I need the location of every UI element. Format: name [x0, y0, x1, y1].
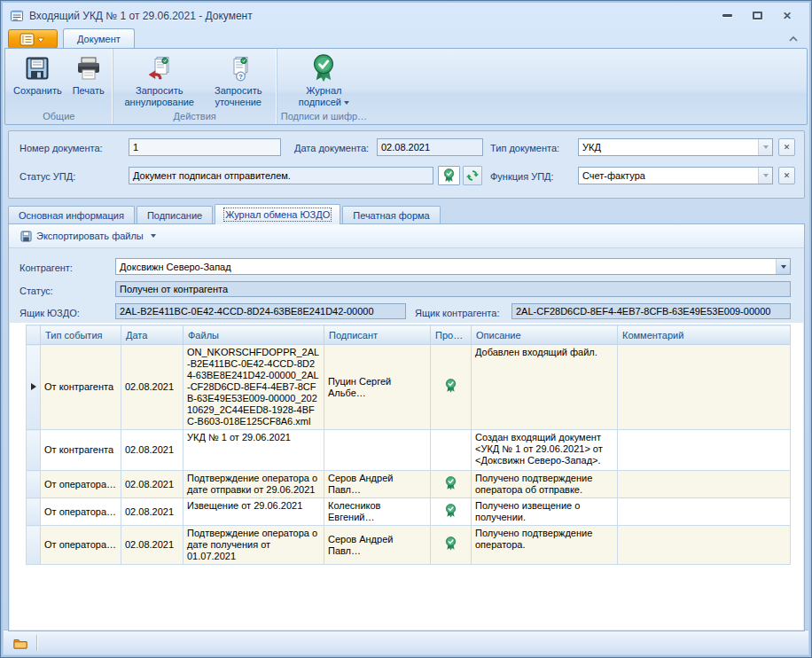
save-button-label: Сохранить	[13, 85, 62, 97]
refresh-status-button[interactable]	[463, 166, 482, 185]
signature-cell	[431, 498, 472, 526]
column-header-date[interactable]: Дата	[121, 325, 183, 345]
restore-button[interactable]	[748, 10, 766, 22]
title-bar: Входящий УКД № 1 от 29.06.2021 - Докумен…	[4, 4, 808, 27]
signature-cell	[431, 345, 472, 430]
tab-main-info[interactable]: Основная информация	[8, 206, 135, 224]
combo-dropdown-button[interactable]	[758, 139, 772, 155]
combo-dropdown-button[interactable]	[776, 259, 790, 274]
open-folder-button[interactable]	[13, 638, 27, 649]
ribbon-group-label: Действия	[117, 110, 273, 123]
table-row[interactable]: От контрагента 02.08.2021 ON_NKORSCHFDOP…	[27, 345, 791, 430]
application-menu-button[interactable]	[8, 29, 58, 49]
close-icon: ✕	[783, 11, 792, 21]
table-row[interactable]: От контрагента 02.08.2021 УКД № 1 от 29.…	[27, 430, 791, 471]
ribbon-group-label: Подписи и шифр…	[281, 110, 367, 123]
ribbon: Сохранить Печать Общие Запросить аннулир…	[4, 48, 808, 125]
page-tab-strip: Основная информация Подписание Журнал об…	[8, 204, 441, 224]
row-indicator-cell	[27, 345, 41, 430]
seal-icon	[444, 504, 457, 518]
ribbon-group-signatures: Журнал подписей Подписи и шифр…	[277, 49, 371, 124]
document-window: Входящий УКД № 1 от 29.06.2021 - Докумен…	[0, 0, 812, 658]
signature-journal-button[interactable]: Журнал подписей	[286, 51, 361, 109]
column-header-description[interactable]: Описание	[472, 325, 618, 345]
upd-status-label: Статус УПД:	[20, 170, 75, 183]
request-annulment-button[interactable]: Запросить аннулирование	[117, 51, 202, 109]
doc-type-clear-button[interactable]: ✕	[778, 138, 795, 156]
tab-signing[interactable]: Подписание	[137, 206, 213, 224]
doc-date-field[interactable]: 02.08.2021	[377, 138, 483, 156]
floppy-icon	[24, 53, 51, 83]
table-row[interactable]: От оператора… 02.08.2021 Подтверждение о…	[27, 471, 791, 498]
counterparty-box-label: Ящик контрагента:	[415, 307, 499, 319]
document-question-icon: ?	[225, 53, 252, 83]
row-indicator-cell	[27, 526, 41, 565]
minimize-button[interactable]	[718, 10, 736, 22]
ribbon-tab-label: Документ	[77, 34, 121, 44]
dropdown-arrow-icon	[151, 234, 156, 238]
upd-function-clear-button[interactable]: ✕	[778, 167, 795, 184]
request-clarification-label: Запросить уточнение	[208, 85, 269, 108]
doc-number-field[interactable]: 1	[129, 138, 281, 156]
application-menu-icon	[20, 33, 46, 46]
view-signature-button[interactable]	[438, 166, 460, 185]
print-button[interactable]: Печать	[68, 51, 109, 98]
column-header-files[interactable]: Файлы	[183, 325, 324, 345]
doc-type-label: Тип документа:	[490, 142, 559, 154]
grid-header-row: Тип события Дата Файлы Подписант Про… Оп…	[27, 325, 791, 345]
export-files-button[interactable]: Экспортировать файлы	[15, 229, 161, 244]
seal-icon	[444, 537, 457, 551]
printer-icon	[75, 53, 102, 83]
seal-icon	[444, 476, 457, 490]
current-row-arrow-icon	[31, 383, 36, 390]
exchange-status-field: Получен от контрагента	[115, 281, 791, 297]
chevron-up-icon	[788, 35, 799, 43]
page-toolbar: Экспортировать файлы	[9, 224, 804, 248]
status-bar	[4, 631, 808, 654]
seal-icon	[444, 379, 457, 393]
close-button[interactable]: ✕	[778, 10, 796, 22]
document-header-panel: Номер документа: 1 Дата документа: 02.08…	[8, 130, 805, 199]
ribbon-tab-row: Документ	[4, 27, 808, 49]
table-row[interactable]: От оператора… 02.08.2021 Извещение от 29…	[27, 498, 791, 526]
row-indicator-cell	[27, 498, 41, 526]
request-clarification-button[interactable]: ? Запросить уточнение	[204, 51, 273, 109]
signature-seal-icon	[310, 53, 337, 83]
window-title: Входящий УКД № 1 от 29.06.2021 - Докумен…	[29, 10, 253, 22]
column-header-verified[interactable]: Про…	[431, 325, 472, 345]
events-grid: Тип события Дата Файлы Подписант Про… Оп…	[26, 325, 791, 565]
tab-exchange-journal[interactable]: Журнал обмена ЮЗДО	[215, 204, 340, 224]
svg-text:?: ?	[238, 73, 243, 81]
signature-journal-label: Журнал подписей	[291, 85, 356, 108]
counterparty-box-field: 2AL-CF28D6CD-8EF4-4EB7-8CFB-63E49E53E009…	[511, 303, 791, 319]
restore-icon	[753, 12, 762, 20]
column-header-comment[interactable]: Комментарий	[618, 325, 791, 345]
chevron-down-icon	[763, 174, 769, 177]
seal-icon	[442, 168, 456, 183]
doc-type-combo[interactable]: УКД	[578, 138, 773, 156]
ribbon-tab-document[interactable]: Документ	[63, 28, 135, 49]
chevron-down-icon	[763, 145, 769, 149]
counterparty-combo[interactable]: Доксвижн Северо-Запад	[115, 258, 791, 275]
statusbar-divider	[36, 635, 37, 651]
folder-icon	[13, 638, 27, 649]
column-header-signer[interactable]: Подписант	[324, 325, 431, 345]
ribbon-collapse-button[interactable]	[785, 32, 801, 45]
edi-box-field: 2AL-B2E411BC-0E42-4CCD-8D24-63BE8E241D42…	[115, 303, 406, 319]
signature-cell	[431, 430, 472, 471]
refresh-icon	[466, 169, 479, 182]
upd-function-combo[interactable]: Счет-фактура	[578, 167, 773, 184]
column-header-event[interactable]: Тип события	[41, 325, 121, 345]
ribbon-group-actions: Запросить аннулирование ? Запросить уточ…	[113, 49, 277, 124]
dropdown-arrow-icon	[344, 101, 349, 105]
save-button[interactable]: Сохранить	[9, 51, 66, 98]
upd-function-label: Функция УПД:	[490, 170, 554, 183]
tab-printed-form[interactable]: Печатная форма	[342, 206, 440, 224]
table-row[interactable]: От оператора… 02.08.2021 Подтверждение о…	[27, 526, 791, 565]
ribbon-group-label: Общие	[9, 110, 109, 123]
combo-dropdown-button[interactable]	[758, 168, 772, 184]
signature-cell	[431, 471, 472, 498]
request-annulment-label: Запросить аннулирование	[121, 85, 198, 108]
minimize-icon	[722, 14, 732, 17]
export-floppy-icon	[20, 231, 32, 242]
